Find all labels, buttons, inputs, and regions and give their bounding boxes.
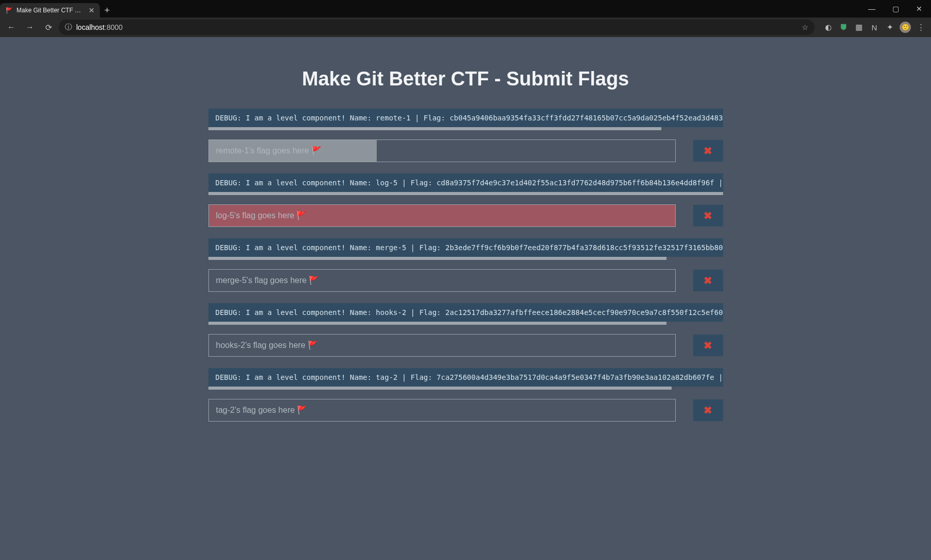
debug-underline — [208, 127, 661, 130]
flag-row: ✖ — [208, 334, 723, 357]
tab-close-button[interactable]: ✕ — [89, 6, 95, 14]
debug-line: DEBUG: I am a level component! Name: rem… — [208, 109, 723, 127]
debug-line: DEBUG: I am a level component! Name: tag… — [208, 368, 723, 387]
flag-input-log-5[interactable] — [208, 204, 676, 227]
browser-tab[interactable]: 🚩 Make Git Better CTF 🚩 Subm ✕ — [0, 3, 100, 18]
flag-row: ✖ — [208, 139, 723, 162]
titlebar-spacer — [114, 0, 860, 18]
nav-forward-button[interactable]: → — [22, 19, 38, 36]
flag-row: ✖ — [208, 204, 723, 227]
level-block-merge-5: DEBUG: I am a level component! Name: mer… — [208, 238, 723, 292]
level-block-tag-2: DEBUG: I am a level component! Name: tag… — [208, 368, 723, 422]
page-title: Make Git Better CTF - Submit Flags — [208, 68, 723, 90]
address-bar[interactable]: ⓘ localhost :8000 ☆ — [59, 20, 815, 35]
browser-menu-button[interactable]: ⋮ — [914, 20, 928, 34]
url-port: :8000 — [104, 23, 122, 31]
extension-area: ◐ ⛊ ▦ N ✦ 🙂 ⋮ — [821, 20, 928, 34]
submit-button-hooks-2[interactable]: ✖ — [693, 335, 723, 356]
window-minimize-button[interactable]: — — [860, 0, 884, 18]
debug-line: DEBUG: I am a level component! Name: log… — [208, 173, 723, 192]
level-block-remote-1: DEBUG: I am a level component! Name: rem… — [208, 109, 723, 162]
window-close-button[interactable]: ✕ — [907, 0, 931, 18]
flag-input-tag-2[interactable] — [208, 399, 676, 422]
profile-avatar[interactable]: 🙂 — [898, 20, 912, 34]
window-controls: — ▢ ✕ — [860, 0, 931, 18]
submit-button-log-5[interactable]: ✖ — [693, 205, 723, 226]
flag-input-remote-1[interactable] — [208, 139, 676, 162]
favicon-icon: 🚩 — [5, 6, 13, 14]
page-content: Make Git Better CTF - Submit Flags DEBUG… — [208, 37, 723, 495]
flag-input-hooks-2[interactable] — [208, 334, 676, 357]
level-block-hooks-2: DEBUG: I am a level component! Name: hoo… — [208, 303, 723, 357]
window-titlebar: 🚩 Make Git Better CTF 🚩 Subm ✕ + — ▢ ✕ — [0, 0, 931, 18]
bookmark-star-icon[interactable]: ☆ — [802, 23, 809, 31]
url-host: localhost — [76, 23, 104, 31]
debug-line: DEBUG: I am a level component! Name: hoo… — [208, 303, 723, 322]
flag-row: ✖ — [208, 269, 723, 292]
submit-button-remote-1[interactable]: ✖ — [693, 140, 723, 162]
debug-underline — [208, 387, 672, 390]
extensions-puzzle-icon[interactable]: ✦ — [883, 20, 897, 34]
extension-icon-2[interactable]: ⛊ — [836, 20, 851, 34]
new-tab-button[interactable]: + — [100, 3, 114, 18]
nav-reload-button[interactable]: ⟳ — [40, 19, 57, 36]
tab-title: Make Git Better CTF 🚩 Subm — [16, 7, 83, 14]
submit-button-merge-5[interactable]: ✖ — [693, 270, 723, 291]
browser-toolbar: ← → ⟳ ⓘ localhost :8000 ☆ ◐ ⛊ ▦ N ✦ 🙂 ⋮ — [0, 18, 931, 37]
nav-back-button[interactable]: ← — [3, 19, 20, 36]
debug-underline — [208, 192, 723, 195]
level-block-log-5: DEBUG: I am a level component! Name: log… — [208, 173, 723, 227]
flag-row: ✖ — [208, 399, 723, 422]
extension-icon-1[interactable]: ◐ — [821, 20, 835, 34]
debug-underline — [208, 322, 666, 325]
extension-icon-4[interactable]: N — [867, 20, 882, 34]
debug-underline — [208, 257, 666, 260]
extension-icon-3[interactable]: ▦ — [852, 20, 866, 34]
submit-button-tag-2[interactable]: ✖ — [693, 399, 723, 421]
debug-line: DEBUG: I am a level component! Name: mer… — [208, 238, 723, 257]
site-info-icon[interactable]: ⓘ — [65, 23, 72, 32]
window-maximize-button[interactable]: ▢ — [884, 0, 907, 18]
page-viewport: Make Git Better CTF - Submit Flags DEBUG… — [0, 37, 931, 560]
flag-input-merge-5[interactable] — [208, 269, 676, 292]
